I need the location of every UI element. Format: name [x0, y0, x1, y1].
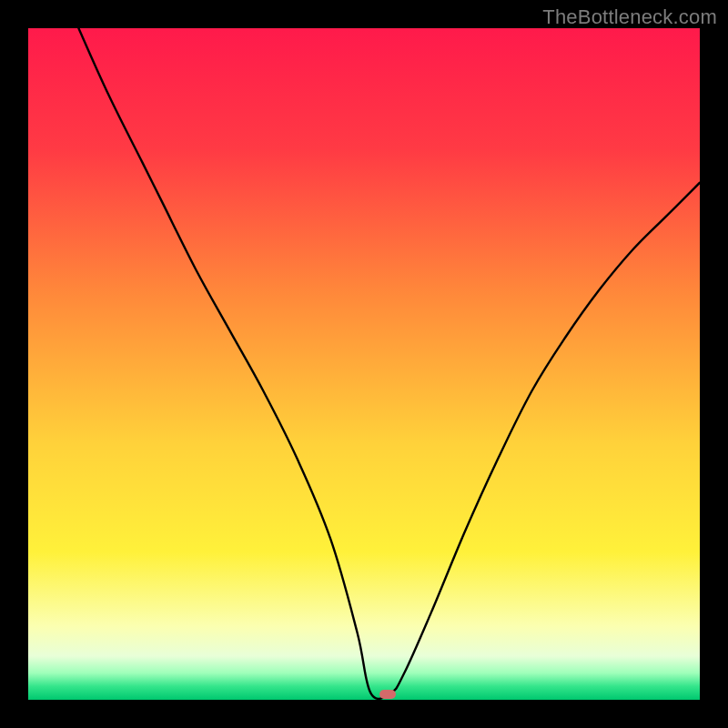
optimal-marker — [379, 690, 396, 699]
bottleneck-curve — [28, 28, 700, 700]
watermark-text: TheBottleneck.com — [542, 5, 717, 29]
chart-stage: TheBottleneck.com — [0, 0, 728, 728]
plot-area — [28, 28, 700, 700]
